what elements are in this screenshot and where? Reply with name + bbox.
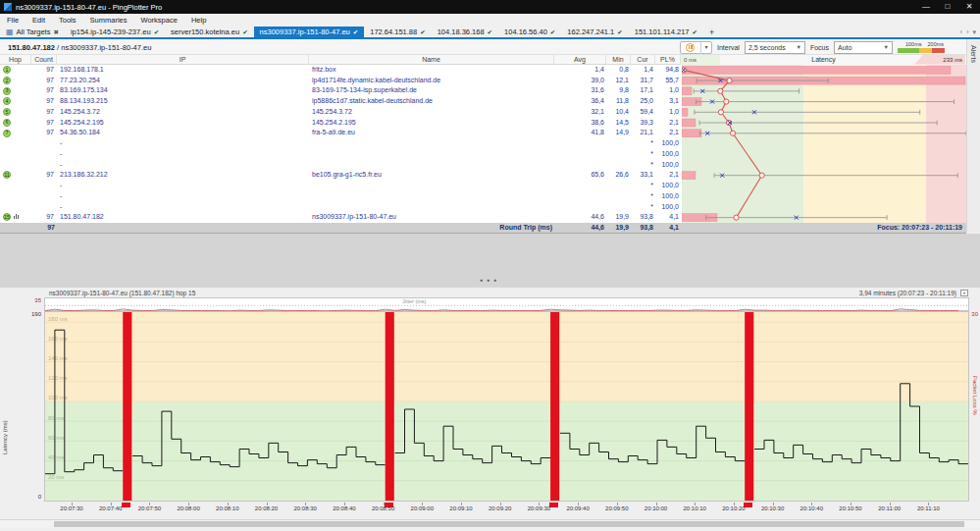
cell-name: 83-169-175-134-isp.superkabel.de — [309, 85, 554, 96]
menu-item-help[interactable]: Help — [184, 14, 213, 27]
menu-item-tools[interactable]: Tools — [52, 14, 83, 27]
column-header-count[interactable]: Count — [31, 55, 57, 65]
table-row-hop-1[interactable]: 197192.168.178.1fritz.box1,40,81,494,8 — [0, 65, 681, 76]
table-row-hop-6[interactable]: 697145.254.2.195145.254.2.19538,614,539,… — [0, 118, 681, 129]
menu-item-file[interactable]: File — [0, 14, 26, 27]
cell-pl: 100,0 — [655, 138, 681, 149]
jitter-strip[interactable] — [44, 297, 969, 311]
minimize-button[interactable]: — — [915, 0, 937, 14]
focus-select[interactable]: Auto ▼ — [834, 41, 893, 54]
latency-scale-bar — [898, 48, 945, 53]
maximize-button[interactable]: □ — [937, 0, 958, 14]
tab-172-64-151-88[interactable]: 172.64.151.88✔ — [364, 27, 431, 37]
cell-avg: 44,6 — [554, 212, 606, 223]
scale-200ms-label: 200ms — [928, 41, 945, 47]
cell-pl: 3,1 — [655, 96, 681, 107]
menu-item-edit[interactable]: Edit — [26, 14, 52, 27]
avg-latency-point — [726, 120, 731, 125]
warning-zone — [45, 312, 968, 401]
cell-avg: 39,0 — [554, 76, 606, 86]
column-header-name[interactable]: Name — [309, 55, 554, 65]
menu-item-workspace[interactable]: Workspace — [133, 14, 183, 27]
grid-icon: ▦ — [6, 28, 14, 36]
hop-number-badge: 3 — [3, 87, 11, 95]
interval-select[interactable]: 2,5 seconds ▼ — [745, 41, 805, 54]
column-header-hop[interactable]: Hop — [0, 55, 31, 65]
horizontal-scrollbar[interactable] — [0, 519, 980, 528]
cell-avg: 1,4 — [554, 65, 606, 76]
table-row-hop-9[interactable]: -*100,0 — [0, 149, 681, 160]
cell-cur: * — [631, 181, 655, 191]
tab-scroll-controls[interactable]: ‹›▾ — [960, 27, 980, 37]
tab-all-targets[interactable]: ▦All Targets✖ — [0, 27, 65, 37]
chevron-down-icon: ▼ — [884, 44, 889, 50]
pane-splitter[interactable]: ●●● — [0, 277, 980, 283]
tab-104-16-56-40[interactable]: 104.16.56.40✔ — [498, 27, 561, 37]
table-row-hop-8[interactable]: -*100,0 — [0, 138, 681, 149]
column-header-latency[interactable]: 0 msLatency233 ms — [681, 55, 966, 65]
table-row-hop-4[interactable]: 49788.134.193.215ip5886c1d7.static.kabel… — [0, 96, 681, 107]
time-tick-label: 20:07:30 — [60, 505, 82, 511]
scrollbar-thumb[interactable] — [54, 521, 964, 527]
cell-name: fra-5-a9.de.eu — [309, 128, 554, 138]
pause-dropdown-arrow[interactable]: ▾ — [700, 41, 711, 54]
tab-label: 104.18.36.168 — [438, 27, 485, 36]
cell-hop: 5 — [0, 107, 31, 118]
tab-label: ns3009337.ip-151-80-47.eu — [260, 27, 350, 36]
loss-axis-title: Packet Loss % — [972, 376, 978, 454]
timeline-scale-dropdown[interactable]: ▾ — [960, 290, 968, 296]
check-icon: ✔ — [242, 28, 247, 36]
table-row-hop-12[interactable]: -*100,0 — [0, 181, 681, 191]
jitter-label: Jitter (ms) — [402, 298, 426, 304]
tab-ns3009337-ip-151-80-47-eu[interactable]: ns3009337.ip-151-80-47.eu✔ — [254, 27, 365, 37]
column-header-min[interactable]: Min — [606, 55, 631, 65]
cell-cur: 21,1 — [631, 128, 655, 138]
chevron-down-icon: ▼ — [796, 44, 800, 50]
new-tab-button[interactable]: + — [703, 27, 720, 37]
time-tick-label: 20:09:20 — [489, 505, 511, 511]
table-row-hop-15[interactable]: 1597151.80.47.182ns3009337.ip-151-80-47.… — [0, 212, 681, 223]
tab-server150-kotelna-eu[interactable]: server150.kotelna.eu✔ — [165, 27, 254, 37]
column-header-avg[interactable]: Avg — [554, 55, 606, 65]
table-row-hop-7[interactable]: 79754.36.50.184fra-5-a9.de.eu41,814,921,… — [0, 128, 681, 138]
table-row-hop-3[interactable]: 39783.169.175.13483-169-175-134-isp.supe… — [0, 85, 681, 96]
title-bar: ns3009337.ip-151-80-47.eu - PingPlotter … — [0, 0, 980, 14]
trace-latency-graph[interactable] — [682, 65, 966, 223]
table-row-hop-10[interactable]: -*100,0 — [0, 160, 681, 171]
tab-label: server150.kotelna.eu — [171, 27, 239, 36]
table-row-hop-11[interactable]: 1197213.186.32.212be105.gra-g1-nc5.fr.eu… — [0, 170, 681, 181]
column-header-cur[interactable]: Cur — [631, 55, 655, 65]
tab-104-18-36-168[interactable]: 104.18.36.168✔ — [432, 27, 498, 37]
cell-ip: 77.23.20.254 — [57, 76, 309, 86]
tab-scroll-left-icon[interactable]: ‹ — [960, 28, 962, 35]
cell-ip: 88.134.193.215 — [57, 96, 309, 107]
table-row-hop-2[interactable]: 29777.23.20.254ip4d1714fe.dynamic.kabel-… — [0, 76, 681, 86]
cell-hop: 7 — [0, 128, 31, 138]
time-tick-label: 20:10:40 — [800, 505, 823, 511]
column-header-ip[interactable]: IP — [57, 55, 309, 65]
close-icon[interactable]: ✖ — [53, 28, 58, 36]
cell-ip: - — [57, 149, 309, 160]
tab-162-247-241-1[interactable]: 162.247.241.1✔ — [561, 27, 628, 37]
time-tick-label: 20:08:30 — [294, 505, 317, 511]
svg-text:80 ms: 80 ms — [48, 415, 64, 421]
cell-pl: 100,0 — [655, 160, 681, 171]
alerts-side-tab[interactable]: Alerts — [966, 39, 980, 233]
timeline-chart[interactable]: 20 ms40 ms60 ms80 ms100 ms120 ms140 ms16… — [44, 311, 969, 502]
table-row-hop-13[interactable]: -*100,0 — [0, 191, 681, 202]
column-header-pl[interactable]: PL% — [655, 55, 681, 65]
tab-ip154-ip-145-239-237-eu[interactable]: ip154.ip-145-239-237.eu✔ — [65, 27, 165, 37]
close-button[interactable]: ✕ — [958, 0, 980, 14]
focus-value: Auto — [838, 44, 851, 51]
tab-scroll-right-icon[interactable]: › — [966, 28, 968, 35]
cell-ip: - — [57, 181, 309, 191]
tab-151-101-114-217[interactable]: 151.101.114.217✔ — [629, 27, 703, 37]
table-row-hop-14[interactable]: -*100,0 — [0, 202, 681, 213]
menu-item-summaries[interactable]: Summaries — [83, 14, 134, 27]
time-tick-label: 20:07:40 — [99, 505, 122, 511]
cell-hop: 3 — [0, 85, 31, 96]
latency-scale-legend[interactable]: 100ms 200ms — [898, 41, 945, 53]
pause-button[interactable]: ▾ — [680, 41, 712, 54]
tab-list-dropdown-icon[interactable]: ▾ — [972, 28, 976, 36]
table-row-hop-5[interactable]: 597145.254.3.72145.254.3.7232,110,459,41… — [0, 107, 681, 118]
